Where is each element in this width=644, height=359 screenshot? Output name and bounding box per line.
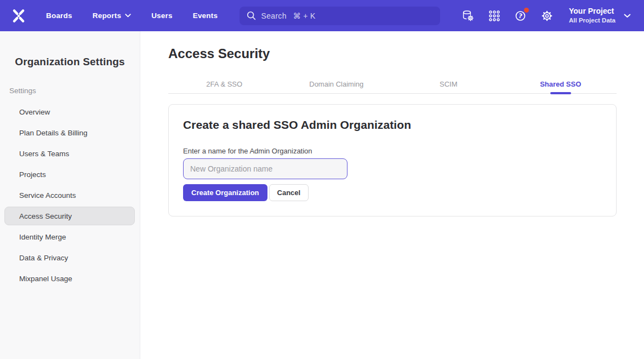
project-data-scope: All Project Data [569,17,615,24]
search-shortcut: ⌘ + K [293,12,316,20]
svg-text:?: ? [518,12,523,20]
project-name: Your Project [569,7,615,15]
nav-item-users[interactable]: Users [151,12,173,20]
mixpanel-logo[interactable] [11,8,26,24]
tab-domain-claiming[interactable]: Domain Claiming [281,75,393,93]
sidebar-item-mixpanel-usage[interactable]: Mixpanel Usage [4,269,135,288]
nav-item-events[interactable]: Events [193,12,218,20]
active-tab-indicator [550,92,571,94]
cancel-button[interactable]: Cancel [269,184,309,201]
tab-scim[interactable]: SCIM [392,75,505,93]
search-input[interactable]: Search ⌘ + K [240,7,440,25]
mixpanel-logo-icon [11,8,26,24]
search-icon [247,11,256,20]
sidebar-title: Organization Settings [0,56,140,68]
main-content: Access Security 2FA & SSO Domain Claimin… [140,31,644,359]
nav-right-controls: ? Your Project All Project Data [461,7,631,24]
primary-nav: Boards Reports Users Events [46,12,218,20]
tab-shared-sso-label: Shared SSO [540,80,581,88]
sidebar-item-access-security[interactable]: Access Security [4,207,135,225]
data-management-icon[interactable] [461,9,475,22]
sidebar-list: Overview Plan Details & Billing Users & … [0,102,140,288]
help-icon[interactable]: ? [514,9,527,22]
sidebar-section-label: Settings [9,87,140,95]
tab-shared-sso[interactable]: Shared SSO [505,75,617,93]
sidebar-item-overview[interactable]: Overview [4,102,135,121]
nav-item-reports-label: Reports [93,12,121,20]
top-navigation: Boards Reports Users Events Search ⌘ + K [0,0,644,31]
tab-2fa-sso[interactable]: 2FA & SSO [168,75,281,93]
settings-gear-icon[interactable] [540,9,554,22]
card-actions: Create Organization Cancel [183,184,602,201]
organization-name-input[interactable] [183,158,347,179]
nav-item-boards[interactable]: Boards [46,12,72,20]
search-placeholder: Search [261,12,287,20]
page-title: Access Security [168,46,617,61]
apps-grid-icon[interactable] [488,9,501,22]
sidebar-item-plan-details-billing[interactable]: Plan Details & Billing [4,123,135,142]
notification-badge [524,8,529,13]
nav-item-reports[interactable]: Reports [93,12,131,20]
create-organization-button[interactable]: Create Organization [183,184,267,201]
organization-name-label: Enter a name for the Admin Organization [183,147,602,155]
sidebar-item-identity-merge[interactable]: Identity Merge [4,227,135,246]
card-heading: Create a shared SSO Admin Organization [183,118,602,132]
sidebar-item-projects[interactable]: Projects [4,165,135,184]
project-selector[interactable]: Your Project All Project Data [569,7,615,24]
sidebar-item-data-privacy[interactable]: Data & Privacy [4,248,135,267]
org-settings-sidebar: Organization Settings Settings Overview … [0,31,140,359]
chevron-down-icon [125,14,131,18]
sidebar-item-service-accounts[interactable]: Service Accounts [4,186,135,204]
create-shared-sso-card: Create a shared SSO Admin Organization E… [168,104,617,216]
access-security-tabs: 2FA & SSO Domain Claiming SCIM Shared SS… [168,75,617,94]
project-chevron-down-icon[interactable] [624,14,631,18]
sidebar-item-users-teams[interactable]: Users & Teams [4,144,135,163]
